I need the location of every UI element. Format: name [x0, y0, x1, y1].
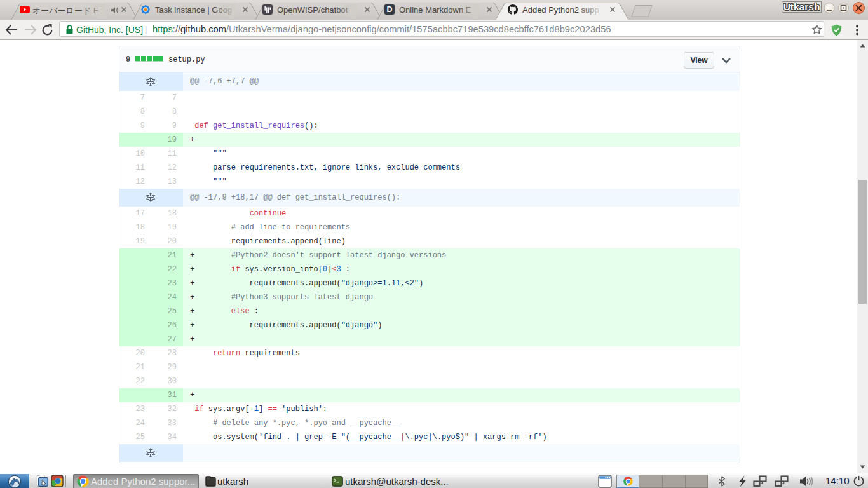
svg-text:Utkarsh: Utkarsh: [783, 1, 820, 12]
svg-text:D: D: [386, 5, 392, 14]
